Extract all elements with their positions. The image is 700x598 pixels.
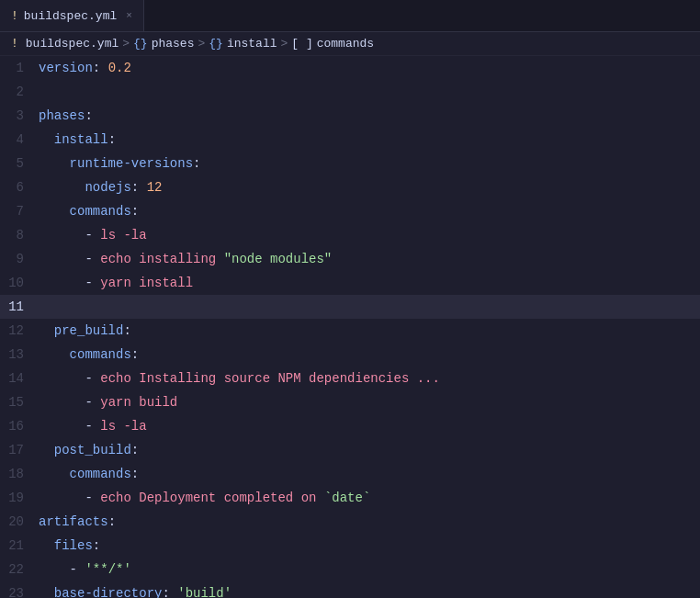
line-4: 4 install: [0, 128, 700, 152]
breadcrumb-sep3: > [281, 37, 288, 51]
tab-bar: ! buildspec.yml × [0, 0, 700, 32]
line-17: 17 post_build: [0, 438, 700, 462]
line-14: 14 - echo Installing source NPM dependie… [0, 367, 700, 390]
line-number-17: 17 [0, 443, 39, 457]
line-21: 21 files: [0, 534, 700, 558]
line-number-18: 18 [0, 467, 39, 481]
line-22: 22 - '**/*' [0, 558, 700, 581]
line-content-18: commands: [39, 462, 700, 486]
line-number-12: 12 [0, 323, 39, 338]
line-12: 12 pre_build: [0, 319, 700, 343]
line-number-3: 3 [0, 108, 39, 123]
line-number-4: 4 [0, 132, 39, 147]
line-number-5: 5 [0, 156, 39, 171]
line-content-22: - '**/*' [39, 558, 700, 581]
lines-container: 1 version: 0.2 2 3 phases: 4 install: 5 … [0, 56, 700, 598]
breadcrumb-seg1: phases [152, 37, 195, 51]
line-content-9: - echo installing "node modules" [39, 247, 700, 271]
line-content-6: nodejs: 12 [39, 175, 700, 199]
breadcrumb-seg2-icon: {} [209, 37, 223, 51]
tab-buildspec[interactable]: ! buildspec.yml × [0, 0, 144, 31]
line-number-15: 15 [0, 395, 39, 410]
line-number-7: 7 [0, 204, 39, 219]
line-number-14: 14 [0, 371, 39, 386]
line-number-23: 23 [0, 586, 39, 598]
line-2: 2 [0, 80, 700, 104]
breadcrumb-file: buildspec.yml [26, 37, 119, 51]
line-7: 7 commands: [0, 199, 700, 223]
breadcrumb-seg1-icon: {} [133, 37, 148, 51]
breadcrumb-sep2: > [198, 37, 205, 51]
tab-filename: buildspec.yml [24, 9, 117, 23]
breadcrumb-sep1: > [122, 37, 130, 51]
line-content-16: - ls -la [39, 414, 700, 438]
line-6: 6 nodejs: 12 [0, 175, 700, 199]
line-number-1: 1 [0, 61, 39, 75]
line-3: 3 phases: [0, 104, 700, 128]
line-number-13: 13 [0, 347, 39, 362]
line-number-2: 2 [0, 85, 39, 99]
line-20: 20 artifacts: [0, 510, 700, 534]
line-number-10: 10 [0, 276, 39, 290]
line-16: 16 - ls -la [0, 414, 700, 438]
line-content-4: install: [39, 128, 700, 152]
line-number-22: 22 [0, 562, 39, 577]
line-number-16: 16 [0, 419, 39, 434]
line-content-19: - echo Deployment completed on `date` [39, 486, 700, 510]
line-1: 1 version: 0.2 [0, 56, 700, 80]
line-19: 19 - echo Deployment completed on `date` [0, 486, 700, 510]
line-18: 18 commands: [0, 462, 700, 486]
line-15: 15 - yarn build [0, 390, 700, 414]
line-content-20: artifacts: [39, 510, 700, 534]
tab-warning-icon: ! [11, 9, 18, 23]
line-content-15: - yarn build [39, 390, 700, 414]
breadcrumb-seg2: install [227, 37, 277, 51]
line-number-19: 19 [0, 491, 39, 505]
line-content-1: version: 0.2 [39, 56, 700, 80]
line-number-21: 21 [0, 538, 39, 553]
line-23: 23 base-directory: 'build' [0, 581, 700, 598]
line-8: 8 - ls -la [0, 223, 700, 247]
line-content-8: - ls -la [39, 223, 700, 247]
line-content-14: - echo Installing source NPM dependienci… [39, 367, 700, 390]
line-content-7: commands: [39, 199, 700, 223]
line-number-6: 6 [0, 180, 39, 195]
line-content-23: base-directory: 'build' [39, 581, 700, 598]
line-number-20: 20 [0, 514, 39, 529]
breadcrumb-warning-icon: ! [11, 37, 18, 51]
breadcrumb: ! buildspec.yml > {} phases > {} install… [0, 32, 700, 56]
line-content-12: pre_build: [39, 319, 700, 343]
tab-close-button[interactable]: × [126, 10, 132, 21]
line-content-3: phases: [39, 104, 700, 128]
line-10: 10 - yarn install [0, 271, 700, 295]
line-number-9: 9 [0, 252, 39, 266]
line-content-10: - yarn install [39, 271, 700, 295]
line-13: 13 commands: [0, 343, 700, 367]
line-content-17: post_build: [39, 438, 700, 462]
line-number-8: 8 [0, 228, 39, 243]
breadcrumb-seg3: commands [317, 37, 374, 51]
editor[interactable]: 1 version: 0.2 2 3 phases: 4 install: 5 … [0, 56, 700, 598]
breadcrumb-seg3-icon: [ ] [291, 37, 312, 51]
line-content-5: runtime-versions: [39, 152, 700, 175]
line-9: 9 - echo installing "node modules" [0, 247, 700, 271]
line-content-13: commands: [39, 343, 700, 367]
line-11: 11 [0, 295, 700, 319]
line-content-21: files: [39, 534, 700, 558]
line-number-11: 11 [0, 299, 39, 314]
line-5: 5 runtime-versions: [0, 152, 700, 175]
